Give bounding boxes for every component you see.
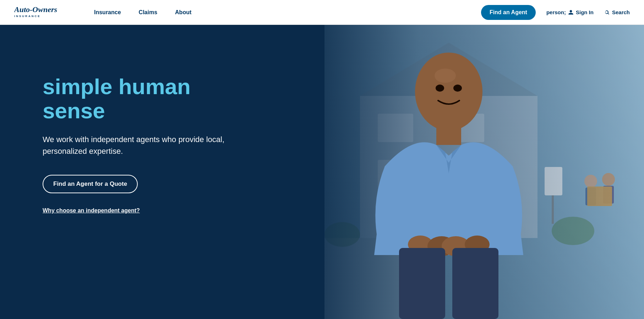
- svg-rect-21: [436, 124, 461, 145]
- logo-svg: Auto-Owners INSURANCE: [14, 4, 73, 20]
- search-icon: [604, 10, 610, 15]
- nav-claims[interactable]: Claims: [139, 9, 157, 16]
- sign-in-label: Sign In: [576, 9, 594, 15]
- svg-rect-27: [452, 248, 498, 319]
- why-agent-link[interactable]: Why choose an independent agent?: [43, 207, 249, 214]
- main-header: Auto-Owners INSURANCE Insurance Claims A…: [0, 0, 644, 25]
- hero-headline: simple human sense: [43, 75, 249, 123]
- svg-point-28: [436, 85, 444, 92]
- hero-subtext: We work with independent agents who prov…: [43, 134, 241, 157]
- svg-point-29: [453, 85, 462, 92]
- svg-text:Auto-Owners: Auto-Owners: [14, 5, 57, 14]
- sign-in-link[interactable]: person; Sign In: [546, 9, 594, 15]
- svg-point-20: [415, 53, 482, 131]
- person-icon: person;: [546, 9, 566, 15]
- hero-person: [342, 42, 555, 319]
- search-label: Search: [612, 9, 630, 15]
- find-agent-button[interactable]: Find an Agent: [481, 5, 536, 20]
- svg-rect-26: [399, 248, 445, 319]
- search-link[interactable]: Search: [604, 9, 630, 15]
- header-actions: Find an Agent person; Sign In Search: [481, 5, 630, 20]
- nav-about[interactable]: About: [175, 9, 191, 16]
- svg-point-30: [435, 69, 456, 83]
- find-agent-quote-button[interactable]: Find an Agent for a Quote: [43, 175, 138, 193]
- main-nav: Insurance Claims About: [94, 9, 481, 16]
- user-icon: [568, 10, 574, 15]
- logo[interactable]: Auto-Owners INSURANCE: [14, 4, 73, 20]
- hero-content: simple human sense We work with independ…: [0, 25, 277, 319]
- nav-insurance[interactable]: Insurance: [94, 9, 121, 16]
- svg-text:INSURANCE: INSURANCE: [14, 15, 41, 18]
- hero-section: simple human sense We work with independ…: [0, 25, 644, 319]
